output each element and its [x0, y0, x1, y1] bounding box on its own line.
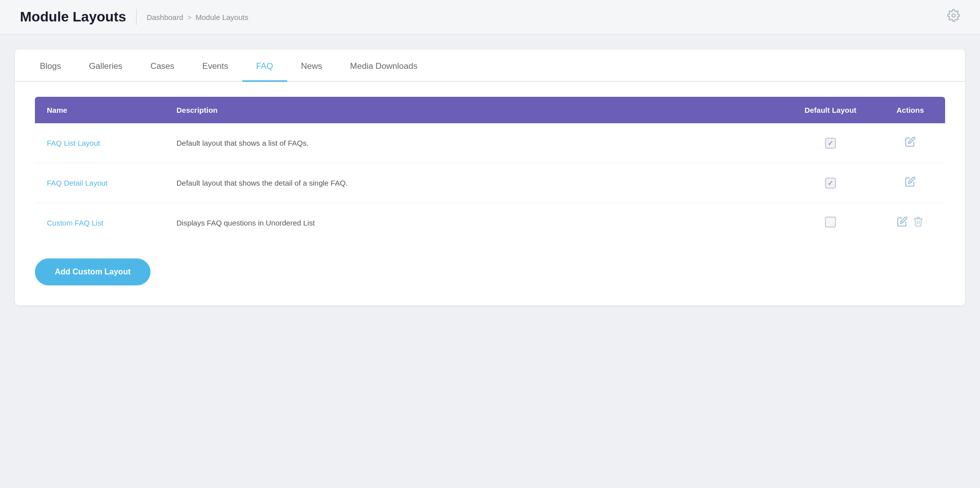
trash-icon: [913, 216, 924, 227]
row-1-name[interactable]: FAQ List Layout: [35, 123, 164, 163]
row-2-actions: [875, 163, 945, 203]
col-header-description: Description: [164, 97, 786, 123]
tab-blogs[interactable]: Blogs: [35, 49, 75, 82]
tab-news[interactable]: News: [287, 49, 336, 82]
col-header-actions: Actions: [875, 97, 945, 123]
pencil-icon: [905, 136, 916, 147]
col-header-default-layout: Default Layout: [786, 97, 875, 123]
page-title: Module Layouts: [20, 9, 126, 25]
row-1-actions: [875, 123, 945, 163]
table-body: FAQ List Layout Default layout that show…: [35, 123, 945, 243]
breadcrumb: Dashboard > Module Layouts: [147, 13, 248, 21]
tabs-container: Blogs Galleries Cases Events FAQ News Me…: [15, 49, 965, 82]
col-header-name: Name: [35, 97, 164, 123]
page-header: Module Layouts Dashboard > Module Layout…: [0, 0, 980, 34]
header-left: Module Layouts Dashboard > Module Layout…: [20, 9, 248, 25]
tab-faq[interactable]: FAQ: [242, 49, 287, 82]
tab-cases[interactable]: Cases: [137, 49, 188, 82]
row-2-name[interactable]: FAQ Detail Layout: [35, 163, 164, 203]
add-custom-layout-button[interactable]: Add Custom Layout: [35, 258, 151, 285]
edit-button-row1[interactable]: [905, 136, 916, 150]
layouts-table: Name Description Default Layout Actions …: [35, 97, 945, 243]
breadcrumb-item-module-layouts: Module Layouts: [195, 13, 248, 21]
gear-icon: [947, 9, 960, 22]
edit-button-row3[interactable]: [897, 216, 908, 230]
delete-button-row3[interactable]: [913, 216, 924, 230]
header-divider: [136, 9, 137, 25]
action-icons-row2: [887, 176, 933, 190]
pencil-icon: [897, 216, 908, 227]
row-3-name[interactable]: Custom FAQ List: [35, 203, 164, 243]
action-icons-row3: [887, 216, 933, 230]
table-row: FAQ Detail Layout Default layout that sh…: [35, 163, 945, 203]
checkbox-checked: [825, 138, 836, 149]
row-1-default-layout: [786, 123, 875, 163]
row-3-actions: [875, 203, 945, 243]
table-header: Name Description Default Layout Actions: [35, 97, 945, 123]
checkbox-unchecked: [825, 217, 836, 228]
checkbox-checked: [825, 178, 836, 189]
pencil-icon: [905, 176, 916, 187]
table-row: Custom FAQ List Displays FAQ questions i…: [35, 203, 945, 243]
tab-media-downloads[interactable]: Media Downloads: [336, 49, 431, 82]
row-1-description: Default layout that shows a list of FAQs…: [164, 123, 786, 163]
row-2-default-layout: [786, 163, 875, 203]
row-3-description: Displays FAQ questions in Unordered List: [164, 203, 786, 243]
action-icons-row1: [887, 136, 933, 150]
svg-point-0: [952, 14, 956, 17]
tab-events[interactable]: Events: [188, 49, 242, 82]
table-row: FAQ List Layout Default layout that show…: [35, 123, 945, 163]
tab-galleries[interactable]: Galleries: [75, 49, 137, 82]
content-card: Blogs Galleries Cases Events FAQ News Me…: [15, 49, 965, 305]
settings-button[interactable]: [947, 9, 960, 25]
breadcrumb-separator: >: [187, 13, 192, 21]
edit-button-row2[interactable]: [905, 176, 916, 190]
row-2-description: Default layout that shows the detail of …: [164, 163, 786, 203]
table-wrapper: Name Description Default Layout Actions …: [15, 82, 965, 243]
main-content: Blogs Galleries Cases Events FAQ News Me…: [0, 34, 980, 320]
breadcrumb-item-dashboard[interactable]: Dashboard: [147, 13, 183, 21]
row-3-default-layout: [786, 203, 875, 243]
